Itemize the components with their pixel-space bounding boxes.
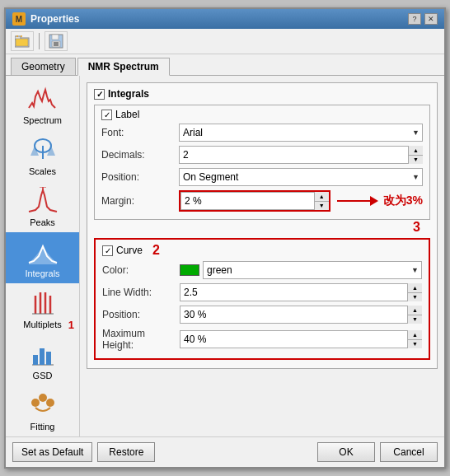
svg-point-24 [46, 399, 54, 407]
position-label: Position: [101, 171, 176, 183]
curve-position-spin-up[interactable]: ▲ [408, 306, 422, 315]
position-select[interactable]: On Segment Above Below [179, 168, 423, 186]
font-select-wrapper: Arial [179, 124, 423, 142]
curve-position-spin-down[interactable]: ▼ [408, 315, 422, 324]
arrow-head [370, 196, 378, 206]
decimals-label: Decimals: [101, 149, 176, 161]
linewidth-row: Line Width: ▲ ▼ [102, 283, 422, 301]
position-select-wrapper: On Segment Above Below [179, 168, 423, 186]
tab-geometry[interactable]: Geometry [11, 58, 76, 75]
tab-nmr-spectrum[interactable]: NMR Spectrum [77, 58, 170, 76]
sidebar: Spectrum Scales [6, 76, 80, 436]
sidebar-item-spectrum[interactable]: Spectrum [6, 79, 79, 130]
linewidth-spin-down[interactable]: ▼ [408, 293, 422, 302]
maxheight-input[interactable] [180, 330, 422, 348]
sidebar-label-fitting: Fitting [30, 422, 55, 432]
linewidth-control: ▲ ▼ [180, 283, 422, 301]
maxheight-row: Maximum Height: ▲ ▼ [102, 328, 422, 351]
svg-rect-2 [16, 39, 28, 46]
curve-section-label: Curve [116, 245, 143, 256]
color-label: Color: [102, 264, 176, 276]
title-bar: M Properties ? ✕ [6, 9, 444, 29]
svg-rect-8 [54, 42, 59, 46]
curve-position-control: ▲ ▼ [180, 306, 422, 324]
svg-point-22 [31, 399, 40, 407]
tabs-bar: Geometry NMR Spectrum [6, 54, 444, 76]
position-control: On Segment Above Below [179, 168, 423, 186]
font-label: Font: [101, 127, 176, 138]
linewidth-input[interactable] [180, 283, 422, 301]
peaks-icon [26, 186, 59, 216]
margin-spin-up[interactable]: ▲ [315, 192, 329, 202]
annotation-arrow [337, 196, 378, 206]
help-button[interactable]: ? [408, 13, 421, 25]
curve-position-spin-wrapper: ▲ ▼ [180, 306, 422, 324]
maxheight-control: ▲ ▼ [180, 330, 422, 348]
font-control: Arial [179, 124, 423, 142]
annotation-text: 改为3% [383, 194, 423, 208]
linewidth-spin-wrapper: ▲ ▼ [180, 283, 422, 301]
maxheight-spin-down[interactable]: ▼ [408, 340, 422, 349]
set-default-button[interactable]: Set as Default [12, 442, 92, 462]
sidebar-item-multiplets[interactable]: Multiplets 1 [6, 283, 79, 334]
window-title: Properties [30, 13, 79, 25]
curve-position-input[interactable] [180, 306, 422, 324]
save-button[interactable] [45, 31, 68, 51]
sidebar-label-spectrum: Spectrum [23, 115, 62, 125]
label-section-label: Label [115, 109, 139, 120]
svg-rect-19 [33, 355, 38, 365]
margin-spin-btns: ▲ ▼ [314, 192, 329, 210]
curve-section-title: ✓ Curve 2 [102, 243, 422, 258]
margin-row: Margin: ▲ ▼ [101, 190, 423, 212]
sidebar-item-gsd[interactable]: GSD [6, 334, 79, 385]
curve-checkbox[interactable]: ✓ [102, 245, 113, 256]
sidebar-label-peaks: Peaks [30, 217, 55, 227]
linewidth-spin-btns: ▲ ▼ [407, 283, 422, 301]
svg-rect-21 [46, 352, 51, 365]
multiplets-icon [26, 288, 59, 318]
content-area: ✓ Integrals ✓ Label Font: [80, 76, 444, 436]
margin-control: ▲ ▼ 改为3% [179, 190, 423, 212]
sidebar-item-integrals[interactable]: Integrals [6, 232, 79, 283]
maxheight-spin-up[interactable]: ▲ [408, 330, 422, 340]
close-button[interactable]: ✕ [424, 13, 438, 25]
linewidth-spin-up[interactable]: ▲ [408, 283, 422, 293]
decimals-spin-up[interactable]: ▲ [409, 146, 423, 156]
color-row: Color: green [102, 261, 422, 279]
integrals-group: ✓ Integrals ✓ Label Font: [87, 82, 438, 369]
maxheight-label: Maximum Height: [102, 328, 176, 351]
cancel-button[interactable]: Cancel [380, 442, 438, 462]
main-window: M Properties ? ✕ [4, 7, 446, 469]
sidebar-label-integrals: Integrals [25, 268, 59, 278]
restore-button[interactable]: Restore [97, 442, 155, 462]
linewidth-label: Line Width: [102, 287, 176, 298]
sidebar-label-gsd: GSD [33, 371, 53, 380]
integrals-checkbox[interactable]: ✓ [94, 89, 105, 100]
margin-input[interactable] [180, 192, 329, 210]
sidebar-item-scales[interactable]: Scales [6, 130, 79, 181]
spectrum-icon [26, 84, 59, 114]
decimals-control: ▲ ▼ [179, 146, 423, 164]
gsd-icon [26, 339, 59, 369]
color-control: green [180, 261, 422, 279]
sidebar-label-scales: Scales [29, 166, 56, 176]
app-icon: M [12, 12, 26, 26]
annotation-num-3: 3 [413, 220, 420, 235]
color-select[interactable]: green [203, 261, 422, 279]
sidebar-item-peaks[interactable]: Peaks [6, 181, 79, 232]
font-select[interactable]: Arial [179, 124, 423, 142]
decimals-spin-wrapper: ▲ ▼ [179, 146, 423, 164]
title-bar-left: M Properties [12, 12, 79, 26]
bottom-right: OK Cancel [317, 442, 438, 462]
decimals-row: Decimals: ▲ ▼ [101, 146, 423, 164]
sidebar-item-fitting[interactable]: Fitting [6, 385, 79, 436]
arrow-line [337, 200, 370, 202]
integrals-title: ✓ Integrals [94, 88, 430, 100]
label-checkbox[interactable]: ✓ [101, 110, 112, 120]
folder-button[interactable] [11, 31, 34, 51]
main-area: Spectrum Scales [6, 76, 444, 436]
ok-button[interactable]: OK [317, 442, 375, 462]
decimals-input[interactable] [179, 146, 423, 164]
margin-spin-down[interactable]: ▼ [315, 202, 329, 211]
decimals-spin-down[interactable]: ▼ [409, 156, 423, 165]
